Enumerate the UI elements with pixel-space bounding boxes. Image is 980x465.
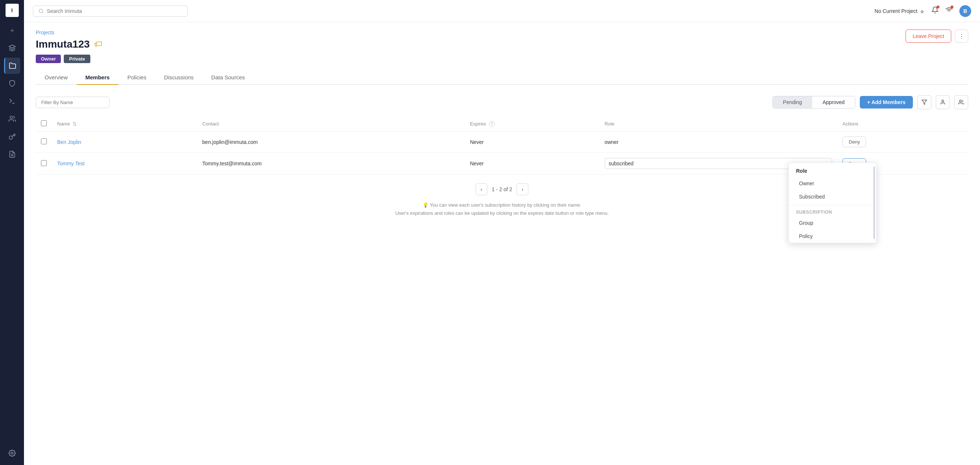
member-expires-0: Never bbox=[465, 131, 600, 153]
badge-private: Private bbox=[64, 54, 90, 63]
svg-line-7 bbox=[42, 12, 43, 13]
project-selector[interactable]: No Current Project bbox=[875, 8, 925, 14]
table-row: Ben Joplin ben.joplin@immuta.com Never o… bbox=[36, 131, 968, 153]
row-checkbox-0[interactable] bbox=[41, 138, 47, 144]
deny-button-0[interactable]: Deny bbox=[843, 137, 866, 147]
svg-point-10 bbox=[942, 100, 943, 102]
tab-datasources[interactable]: Data Sources bbox=[202, 70, 254, 85]
key-icon bbox=[8, 133, 16, 140]
dropdown-item-policy[interactable]: Policy bbox=[789, 230, 877, 243]
select-all-checkbox[interactable] bbox=[41, 120, 47, 126]
member-expires-1: Never bbox=[465, 153, 600, 174]
pending-toggle-btn[interactable]: Pending bbox=[773, 96, 812, 108]
search-box[interactable] bbox=[33, 6, 188, 17]
shield-icon bbox=[8, 80, 16, 87]
tab-members[interactable]: Members bbox=[77, 70, 119, 85]
person-icon bbox=[940, 99, 946, 105]
project-badges: Owner Private bbox=[36, 54, 968, 63]
filter-icon-button[interactable] bbox=[917, 95, 931, 109]
sidebar: I ＋ bbox=[0, 0, 24, 465]
terminal-icon bbox=[8, 97, 16, 105]
search-input[interactable] bbox=[47, 8, 182, 14]
tabs: Overview Members Policies Discussions Da… bbox=[36, 70, 968, 85]
dropdown-item-group[interactable]: Group bbox=[789, 216, 877, 230]
row-checkbox-1[interactable] bbox=[41, 160, 47, 166]
sidebar-item-folder[interactable] bbox=[4, 58, 20, 74]
sidebar-item-layers[interactable] bbox=[4, 40, 20, 56]
svg-marker-0 bbox=[9, 45, 15, 48]
project-label: No Current Project bbox=[875, 8, 917, 14]
leave-project-button[interactable]: Leave Project bbox=[905, 30, 951, 43]
filter-icon bbox=[921, 99, 927, 105]
prev-page-button[interactable]: ‹ bbox=[476, 184, 487, 195]
page-info: 1 - 2 of 2 bbox=[492, 186, 512, 192]
layers-icon bbox=[8, 44, 16, 52]
avatar[interactable]: B bbox=[959, 5, 971, 17]
topbar: No Current Project B bbox=[24, 0, 980, 22]
tab-policies[interactable]: Policies bbox=[118, 70, 155, 85]
dropdown-separator bbox=[789, 205, 877, 205]
notes-icon bbox=[8, 150, 16, 158]
view-group-button[interactable] bbox=[954, 95, 968, 109]
col-contact: Contact bbox=[197, 117, 465, 131]
approved-toggle-btn[interactable]: Approved bbox=[812, 96, 855, 108]
next-page-button[interactable]: › bbox=[517, 184, 528, 195]
dropdown-item-subscribed[interactable]: Subscribed bbox=[789, 190, 877, 203]
col-name: Name ⇅ bbox=[52, 117, 197, 131]
expires-help-icon[interactable]: ? bbox=[489, 121, 495, 127]
col-name-label: Name bbox=[57, 121, 70, 126]
member-name-0[interactable]: Ben Joplin bbox=[57, 139, 81, 145]
sidebar-item-plus[interactable]: ＋ bbox=[4, 22, 20, 38]
tab-discussions[interactable]: Discussions bbox=[155, 70, 202, 85]
plus-icon: ＋ bbox=[9, 26, 16, 35]
svg-marker-9 bbox=[922, 100, 926, 104]
content-area: Leave Project ⋮ Projects Immuta123 🏷 Own… bbox=[24, 22, 980, 465]
member-email-0: ben.joplin@immuta.com bbox=[197, 131, 465, 153]
tab-overview[interactable]: Overview bbox=[36, 70, 77, 85]
more-options-button[interactable]: ⋮ bbox=[955, 30, 968, 43]
dropdown-role-header: Role bbox=[789, 163, 877, 177]
project-bookmark-icon: 🏷 bbox=[94, 40, 102, 49]
member-email-1: Tommy.test@immuta.com bbox=[197, 153, 465, 174]
filter-row: Pending Approved + Add Members bbox=[36, 95, 968, 109]
sidebar-logo[interactable]: I bbox=[6, 4, 19, 17]
member-name-1[interactable]: Tommy Test bbox=[57, 161, 84, 166]
view-individual-button[interactable] bbox=[936, 95, 950, 109]
folder-icon bbox=[9, 62, 16, 69]
project-title: Immuta123 bbox=[36, 38, 90, 50]
breadcrumb[interactable]: Projects bbox=[36, 30, 968, 35]
sidebar-item-key[interactable] bbox=[4, 128, 20, 145]
header-actions: Leave Project ⋮ bbox=[905, 30, 968, 43]
col-expires: Expires ? bbox=[465, 117, 600, 131]
info-line-1: You can view each user's subscription hi… bbox=[430, 202, 581, 208]
svg-point-6 bbox=[39, 9, 43, 13]
settings-icon bbox=[8, 449, 16, 457]
pending-approved-toggle: Pending Approved bbox=[772, 96, 855, 109]
role-select-value-1: subscribed bbox=[609, 161, 634, 166]
add-members-button[interactable]: + Add Members bbox=[860, 96, 913, 109]
filter-dropdown: Role Owner Subscribed Subscription Group… bbox=[788, 162, 877, 243]
svg-point-2 bbox=[10, 116, 13, 119]
dropdown-scrollbar bbox=[873, 166, 875, 239]
wifi-icon-container[interactable] bbox=[945, 6, 953, 16]
sidebar-item-notes[interactable] bbox=[4, 146, 20, 162]
svg-point-11 bbox=[959, 100, 961, 102]
svg-point-5 bbox=[11, 452, 13, 454]
sidebar-item-settings[interactable] bbox=[4, 445, 20, 461]
bell-icon-container[interactable] bbox=[931, 6, 939, 16]
member-role-0: owner bbox=[600, 131, 837, 153]
sidebar-item-users[interactable] bbox=[4, 111, 20, 127]
dropdown-item-owner[interactable]: Owner bbox=[789, 177, 877, 190]
col-role: Role bbox=[600, 117, 837, 131]
sidebar-item-shield[interactable] bbox=[4, 75, 20, 91]
sidebar-item-terminal[interactable] bbox=[4, 93, 20, 109]
sort-icon[interactable]: ⇅ bbox=[73, 121, 77, 126]
col-actions: Actions bbox=[837, 117, 968, 131]
search-icon bbox=[38, 8, 44, 14]
main-content: No Current Project B Leave Project ⋮ Pro… bbox=[24, 0, 980, 465]
project-header: Immuta123 🏷 bbox=[36, 38, 968, 50]
filter-by-name-input[interactable] bbox=[36, 97, 110, 108]
users-icon bbox=[8, 115, 16, 123]
group-icon bbox=[958, 99, 964, 105]
dropdown-subscription-header: Subscription bbox=[789, 207, 877, 216]
